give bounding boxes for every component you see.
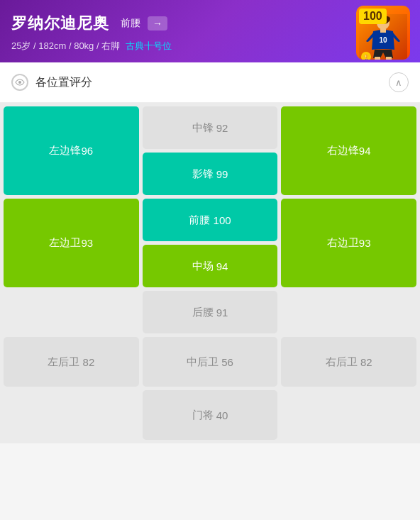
collapse-button[interactable]: ∧ bbox=[389, 72, 409, 92]
position-zuo-hou-wei: 左后卫 82 bbox=[4, 337, 139, 387]
position-qian-yao: 前腰 100 bbox=[143, 199, 278, 241]
position-zuo-bian-wei: 左边卫 93 bbox=[4, 199, 139, 287]
section-title: 各位置评分 bbox=[35, 75, 92, 90]
header-sub: 25岁 / 182cm / 80kg / 右脚 古典十号位 bbox=[11, 40, 409, 52]
position-you-hou-wei: 右后卫 82 bbox=[281, 337, 416, 387]
eye-icon bbox=[11, 74, 28, 91]
classic-tag: 古典十号位 bbox=[126, 40, 172, 52]
position-you-bian-wei: 右边卫 93 bbox=[281, 199, 416, 287]
position-hou-yao: 后腰 91 bbox=[143, 291, 278, 333]
player-stats: 25岁 / 182cm / 80kg / 右脚 bbox=[11, 40, 120, 52]
position-zhong-feng: 中锋 92 bbox=[143, 106, 278, 149]
position-zhong-chang: 中场 94 bbox=[143, 245, 278, 287]
svg-rect-3 bbox=[380, 29, 386, 33]
position-grid: 左边锋 96 中锋 92 右边锋 94 影锋 99 左边卫 93 前腰 100 … bbox=[0, 103, 420, 443]
position-men-jiang: 门将 40 bbox=[143, 390, 278, 440]
svg-rect-5 bbox=[386, 57, 392, 60]
header-top: 罗纳尔迪尼奥 前腰 → bbox=[11, 13, 409, 34]
svg-text:10: 10 bbox=[379, 36, 387, 44]
section-title-wrap: 各位置评分 bbox=[11, 74, 92, 91]
arrow-icon[interactable]: → bbox=[148, 16, 167, 31]
player-avatar: 100 bbox=[356, 6, 410, 60]
section-header: 各位置评分 ∧ bbox=[0, 62, 420, 103]
svg-rect-4 bbox=[375, 57, 380, 60]
svg-text:🏆: 🏆 bbox=[363, 54, 370, 60]
player-header: 罗纳尔迪尼奥 前腰 → 25岁 / 182cm / 80kg / 右脚 古典十号… bbox=[0, 0, 420, 62]
overall-score: 100 bbox=[359, 9, 387, 24]
position-you-bian-feng: 右边锋 94 bbox=[281, 106, 416, 195]
svg-point-9 bbox=[18, 81, 21, 84]
position-zhong-hou-wei: 中后卫 56 bbox=[143, 337, 278, 387]
player-name: 罗纳尔迪尼奥 bbox=[11, 13, 109, 34]
position-ying-feng: 影锋 99 bbox=[143, 153, 278, 195]
position-zuo-bian-feng: 左边锋 96 bbox=[4, 106, 139, 195]
position-tag: 前腰 bbox=[121, 17, 140, 30]
